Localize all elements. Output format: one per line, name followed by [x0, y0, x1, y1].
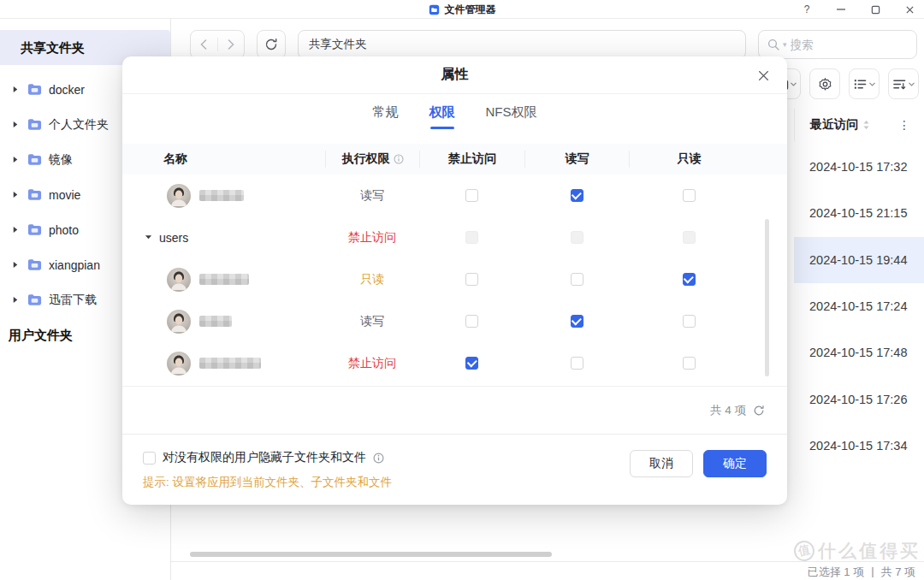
maximize-icon[interactable]	[869, 3, 881, 15]
info-icon[interactable]	[373, 453, 384, 464]
search-icon	[767, 38, 779, 50]
properties-dialog: 属性 常规 权限 NFS权限 名称 执行权限 禁止访问 读写 只读 读写	[122, 56, 787, 505]
read-write-checkbox[interactable]	[571, 357, 583, 370]
more-options-icon[interactable]: ⋮	[898, 118, 910, 132]
column-header-recent-access[interactable]: 最近访问 ⋮	[794, 109, 924, 141]
column-header-label: 最近访问	[810, 117, 858, 133]
read-write-checkbox[interactable]	[571, 273, 583, 286]
list-item[interactable]: 2024-10-15 17:32	[794, 144, 924, 190]
dialog-footer: 对没有权限的用户隐藏子文件夹和文件 提示: 设置将应用到当前文件夹、子文件夹和文…	[122, 434, 787, 490]
list-item[interactable]: 2024-10-15 17:34	[794, 423, 924, 469]
redacted-username	[199, 190, 244, 201]
refresh-icon[interactable]	[753, 405, 765, 417]
read-write-checkbox	[571, 231, 583, 244]
exec-permission-value: 读写	[325, 188, 419, 204]
folder-icon	[27, 293, 42, 306]
search-box[interactable]: ▾	[758, 30, 917, 59]
settings-gear-button[interactable]	[809, 68, 840, 99]
close-window-icon[interactable]	[903, 3, 915, 15]
chevron-right-icon[interactable]	[9, 226, 22, 234]
back-icon[interactable]	[191, 31, 217, 58]
list-view-button[interactable]	[849, 68, 880, 99]
view-toolbar	[770, 68, 919, 99]
read-only-checkbox[interactable]	[683, 357, 696, 370]
read-only-checkbox[interactable]	[683, 189, 696, 202]
sort-toggle-icon[interactable]	[862, 120, 870, 130]
minimize-icon[interactable]	[835, 3, 847, 15]
chevron-down-icon[interactable]	[145, 234, 152, 240]
selection-count: 已选择 1 项	[808, 565, 864, 580]
list-item[interactable]: 2024-10-15 17:24	[794, 283, 924, 329]
redacted-username	[199, 358, 261, 369]
tab-nfs-permissions[interactable]: NFS权限	[486, 104, 537, 129]
chevron-right-icon[interactable]	[9, 86, 22, 93]
path-input[interactable]	[298, 30, 746, 59]
list-item[interactable]: 2024-10-15 19:44	[794, 237, 924, 283]
recent-access-value: 2024-10-15 17:34	[809, 439, 908, 453]
chevron-right-icon[interactable]	[9, 296, 22, 304]
info-icon[interactable]	[394, 154, 404, 164]
sidebar-item-label: photo	[49, 223, 79, 237]
folder-icon	[27, 258, 42, 271]
search-input[interactable]	[791, 38, 908, 51]
hide-subfolders-label: 对没有权限的用户隐藏子文件夹和文件	[163, 450, 366, 465]
read-only-checkbox[interactable]	[683, 273, 696, 286]
forward-icon[interactable]	[218, 31, 245, 58]
deny-access-checkbox[interactable]	[465, 273, 478, 286]
cancel-button[interactable]: 取消	[630, 450, 693, 477]
list-item[interactable]: 2024-10-15 21:15	[794, 190, 924, 236]
table-row: 只读	[122, 258, 787, 300]
chevron-right-icon[interactable]	[9, 261, 22, 269]
folder-icon	[27, 223, 42, 236]
dialog-tabs: 常规 权限 NFS权限	[122, 94, 787, 133]
search-filter-caret-icon[interactable]: ▾	[783, 40, 787, 49]
sidebar-item-label: 镜像	[49, 152, 73, 168]
col-header-read-write[interactable]: 读写	[524, 151, 629, 168]
read-write-checkbox[interactable]	[571, 189, 583, 202]
sidebar-item-label: 迅雷下载	[49, 293, 97, 308]
help-icon[interactable]: ?	[801, 3, 813, 15]
folder-icon	[27, 188, 42, 201]
col-header-name[interactable]: 名称	[122, 151, 325, 168]
chevron-right-icon[interactable]	[9, 121, 22, 128]
file-list-dates: 2024-10-15 17:32 2024-10-15 21:15 2024-1…	[794, 144, 924, 469]
sort-button[interactable]	[888, 68, 919, 99]
horizontal-scrollbar[interactable]	[190, 552, 552, 557]
col-header-read-only[interactable]: 只读	[629, 151, 749, 168]
table-row: 读写	[122, 300, 787, 342]
chevron-right-icon[interactable]	[9, 191, 22, 198]
tab-general[interactable]: 常规	[373, 104, 399, 129]
read-only-checkbox[interactable]	[683, 315, 696, 328]
confirm-button[interactable]: 确定	[703, 450, 767, 477]
folder-icon	[27, 118, 42, 131]
recent-access-value: 2024-10-15 17:32	[809, 160, 908, 174]
recent-access-value: 2024-10-15 21:15	[809, 206, 908, 220]
exec-permission-value: 只读	[325, 272, 419, 287]
list-item[interactable]: 2024-10-15 17:26	[794, 376, 924, 422]
dialog-scrollbar[interactable]	[765, 219, 769, 376]
tab-permissions[interactable]: 权限	[429, 104, 455, 129]
chevron-right-icon[interactable]	[9, 156, 22, 163]
refresh-icon[interactable]	[257, 30, 286, 59]
watermark-text: 什么值得买	[818, 539, 921, 563]
folder-icon	[27, 153, 42, 166]
status-bar: 已选择 1 项 | 共 7 项	[808, 565, 915, 580]
deny-access-checkbox[interactable]	[465, 357, 478, 370]
total-count: 共 7 项	[881, 565, 915, 580]
table-header-row: 名称 执行权限 禁止访问 读写 只读	[122, 144, 787, 175]
deny-access-checkbox[interactable]	[465, 189, 478, 202]
deny-access-checkbox[interactable]	[465, 315, 478, 328]
close-icon[interactable]	[755, 67, 772, 84]
app-folder-icon	[429, 4, 440, 15]
recent-access-value: 2024-10-15 17:24	[809, 299, 908, 313]
table-row: 禁止访问	[122, 342, 787, 384]
hide-subfolders-checkbox[interactable]	[143, 452, 156, 465]
col-header-exec-permission[interactable]: 执行权限	[325, 151, 419, 168]
apply-hint: 提示: 设置将应用到当前文件夹、子文件夹和文件	[143, 475, 392, 490]
item-count: 共 4 项	[710, 403, 746, 418]
col-header-deny-access[interactable]: 禁止访问	[419, 151, 524, 168]
caret-down-icon	[869, 82, 875, 86]
read-write-checkbox[interactable]	[571, 315, 583, 328]
list-item[interactable]: 2024-10-15 17:48	[794, 329, 924, 376]
recent-access-value: 2024-10-15 19:44	[809, 253, 908, 267]
